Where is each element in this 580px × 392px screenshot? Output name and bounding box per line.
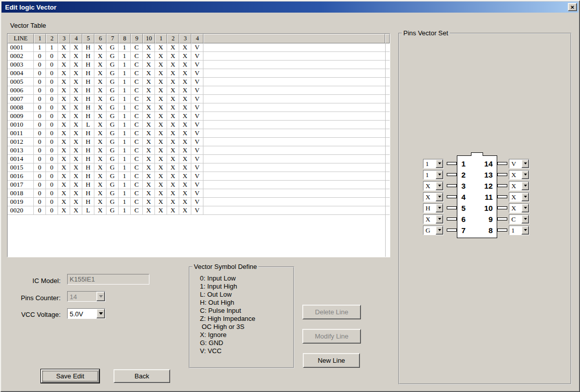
table-row[interactable]: 001900XXHXG1CXXXXV	[8, 198, 390, 206]
vector-cell: G	[107, 138, 119, 146]
chevron-down-icon[interactable]	[521, 182, 529, 190]
vector-cell: 0	[34, 163, 46, 172]
vector-cell: 0	[46, 172, 58, 180]
vector-cell: G	[107, 129, 119, 137]
vector-cell: C	[131, 189, 143, 197]
vector-cell: X	[70, 78, 82, 86]
vector-cell: X	[58, 146, 70, 154]
pin-rows: 1114V1213XX312XX411XH510XX69CG781	[423, 158, 530, 236]
pin-value-select[interactable]: X	[423, 181, 444, 191]
chevron-down-icon[interactable]	[96, 309, 105, 318]
vector-cell: H	[82, 181, 94, 189]
pin-value-select[interactable]: H	[423, 203, 444, 213]
vector-table: LINE123456789101234 000111XXHXG1CXXXXV00…	[7, 33, 390, 257]
column-header: 6	[94, 34, 107, 43]
table-row[interactable]: 001400XXHXG1CXXXXV	[8, 155, 390, 163]
table-row[interactable]: 000400XXHXG1CXXXXV	[8, 69, 390, 78]
vector-cell: X	[167, 206, 179, 214]
chevron-down-icon[interactable]	[436, 159, 443, 168]
chevron-down-icon[interactable]	[521, 171, 529, 179]
pin-lead	[447, 162, 457, 165]
vector-cell: X	[179, 95, 191, 103]
pin-value: X	[509, 204, 521, 212]
delete-line-button[interactable]: Delete Line	[302, 305, 361, 319]
vector-cell: X	[155, 103, 167, 111]
vector-cell: C	[131, 103, 143, 111]
symbol-define-item: 0: Input Low	[200, 274, 293, 283]
ic-model-field[interactable]	[67, 274, 149, 285]
back-button[interactable]: Back	[114, 369, 170, 383]
table-row[interactable]: 001200XXHXG1CXXXXV	[8, 138, 390, 146]
vector-cell: H	[82, 69, 94, 77]
pin-value: H	[424, 204, 436, 212]
pin-value-select[interactable]: X	[423, 192, 444, 202]
table-row[interactable]: 002000XXLXG1CXXXXV	[8, 206, 390, 215]
chevron-down-icon[interactable]	[436, 204, 443, 212]
vector-cell: V	[191, 121, 203, 129]
vcc-voltage-select[interactable]: 5.0V	[67, 308, 106, 319]
pin-value-select[interactable]: X	[509, 170, 530, 180]
table-body[interactable]: 000111XXHXG1CXXXXV000200XXHXG1CXXXXV0003…	[8, 43, 390, 257]
vector-cell: X	[167, 172, 179, 180]
close-button[interactable]: ✕	[568, 3, 577, 11]
pin-value-select[interactable]: X	[423, 214, 444, 224]
pin-value-select[interactable]: X	[509, 181, 530, 191]
table-row[interactable]: 001300XXHXG1CXXXXV	[8, 146, 390, 155]
vector-cell: 1	[119, 198, 131, 206]
chevron-down-icon[interactable]	[436, 182, 443, 190]
table-row[interactable]: 001000XXLXG1CXXXXV	[8, 121, 390, 129]
save-edit-button[interactable]: Save Edit	[41, 369, 99, 383]
table-row[interactable]: 001800XXHXG1CXXXXV	[8, 189, 390, 198]
vector-cell: H	[82, 155, 94, 163]
table-row[interactable]: 000111XXHXG1CXXXXV	[8, 43, 390, 52]
vector-cell: X	[143, 172, 155, 180]
pin-value-select[interactable]: C	[509, 214, 530, 224]
vector-cell: X	[70, 103, 82, 111]
pin-value-select[interactable]: 1	[509, 226, 530, 235]
chevron-down-icon[interactable]	[436, 193, 443, 201]
pin-value-select[interactable]: X	[509, 203, 530, 213]
chevron-down-icon[interactable]	[521, 215, 529, 223]
chevron-down-icon[interactable]	[521, 204, 529, 212]
chevron-down-icon[interactable]	[436, 226, 443, 235]
vector-cell: X	[155, 52, 167, 60]
pin-value-select[interactable]: G	[423, 226, 444, 235]
vector-cell: X	[70, 61, 82, 69]
vector-cell: 0	[34, 146, 46, 154]
pin-value-select[interactable]: 1	[423, 170, 444, 180]
column-header: 3	[179, 34, 191, 43]
column-header: 8	[119, 34, 131, 43]
vector-cell: X	[70, 189, 82, 197]
table-row[interactable]: 000700XXHXG1CXXXXV	[8, 95, 390, 103]
chevron-down-icon[interactable]	[436, 171, 443, 179]
table-row[interactable]: 000600XXHXG1CXXXXV	[8, 86, 390, 95]
table-row[interactable]: 001100XXHXG1CXXXXV	[8, 129, 390, 138]
vector-cell: X	[70, 155, 82, 163]
table-row[interactable]: 001500XXHXG1CXXXXV	[8, 163, 390, 172]
chevron-down-icon[interactable]	[521, 159, 529, 168]
table-row[interactable]: 000300XXHXG1CXXXXV	[8, 61, 390, 69]
pin-value-select[interactable]: X	[509, 192, 530, 202]
vector-cell: 0	[46, 61, 58, 69]
table-row[interactable]: 001600XXHXG1CXXXXV	[8, 172, 390, 181]
vector-cell: H	[82, 61, 94, 69]
vector-cell: 0	[34, 206, 46, 214]
vector-cell: X	[179, 198, 191, 206]
vector-cell: X	[179, 155, 191, 163]
table-row[interactable]: 000800XXHXG1CXXXXV	[8, 103, 390, 112]
table-row[interactable]: 000200XXHXG1CXXXXV	[8, 52, 390, 61]
table-row[interactable]: 000900XXHXG1CXXXXV	[8, 112, 390, 121]
pins-counter-select[interactable]: 14	[67, 291, 106, 302]
chevron-down-icon[interactable]	[96, 292, 105, 301]
table-row[interactable]: 000500XXHXG1CXXXXV	[8, 78, 390, 86]
chevron-down-icon[interactable]	[521, 193, 529, 201]
down-triangle-icon	[524, 162, 527, 164]
chevron-down-icon[interactable]	[436, 215, 443, 223]
vector-cell: X	[94, 181, 107, 189]
table-row[interactable]: 001700XXHXG1CXXXXV	[8, 181, 390, 189]
pin-value-select[interactable]: 1	[423, 159, 444, 169]
new-line-button[interactable]: New Line	[303, 353, 360, 368]
pin-value-select[interactable]: V	[509, 159, 530, 169]
chevron-down-icon[interactable]	[521, 226, 529, 235]
modify-line-button[interactable]: Modify Line	[302, 329, 361, 344]
